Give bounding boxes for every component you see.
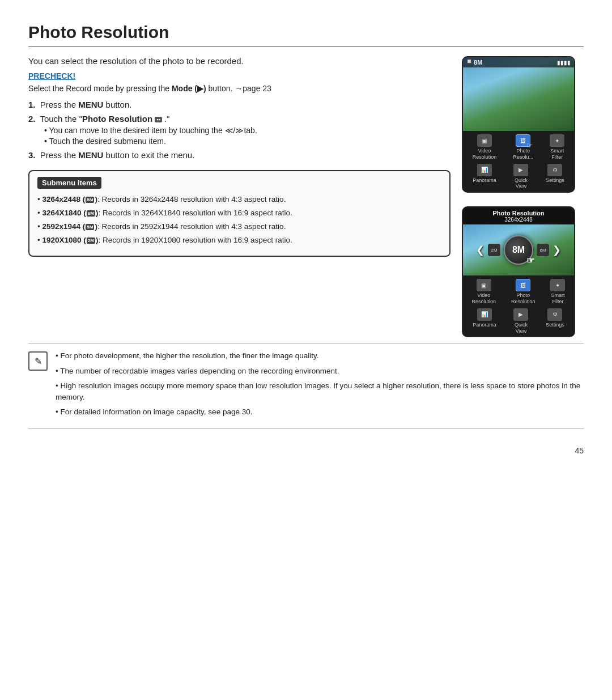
phone-menu-bar-1b: 📊 Panorama ▶ QuickView ⚙ Settings [463,163,574,192]
step-2-num: 2. [28,114,36,124]
resolution-subtext: 3264x2448 [463,217,574,224]
notes-icon: ✎ [28,351,48,371]
menu-smart-label: SmartFilter [550,148,564,160]
menu2-video-resolution[interactable]: ▣ VideoResolution [471,279,496,305]
menu2-photo-label: PhotoResolution [511,292,536,305]
topbar-8m-label: 🔲 8M [466,59,482,66]
phone-mock-2: Photo Resolution 3264x2448 ❮ 2M 8M ☞ 6M … [462,206,575,337]
left-arrow-icon: ❮ [476,244,484,256]
menu2-photo-icon: 🖼 [516,279,530,291]
phone-topbar-1: 🔲 8M ▮▮▮▮ [463,57,574,67]
note-4: For detailed information on image capaci… [56,406,584,418]
menu-video-label: VideoResolution [473,148,497,160]
dial-label: 8M [512,245,525,255]
screen-background-1 [463,57,574,131]
submenu-item-4: 1920X1080 (2M): Records in 1920X1080 res… [37,235,441,246]
settings-icon: ⚙ [547,164,562,176]
menu-settings-label: Settings [546,177,564,183]
small-badge-2m: 2M [488,244,500,256]
menu2-panorama-icon: 📊 [477,308,492,321]
resolution-header: Photo Resolution [463,207,574,217]
smart-filter-icon: ✦ [550,134,564,147]
res-controls: ❮ 2M 8M ☞ 6M ❯ [476,235,561,265]
menu2-video-label: VideoResolution [471,292,496,305]
topbar-battery: ▮▮▮▮ [557,60,571,66]
page-number: 45 [28,446,584,455]
menu2-settings-label: Settings [546,322,564,328]
dial-finger-icon: ☞ [526,255,534,266]
notes-list: For photo development, the higher the re… [56,350,584,421]
small-badge-6m: 6M [537,244,549,256]
menu-photo-label: PhotoResolu... [513,148,534,160]
phone-menu-bar-2b: 📊 Panorama ▶ QuickView ⚙ Settings [463,307,574,337]
step-3: 3. Press the MENU button to exit the men… [28,150,450,160]
menu2-panorama[interactable]: 📊 Panorama [473,308,496,334]
note-2: The number of recordable images varies d… [56,366,584,377]
finger-icon: ☞ [526,141,533,150]
photo-resolution-icon: 🖼 ☞ [516,134,530,147]
menu2-settings[interactable]: ⚙ Settings [546,308,564,334]
phone-menu-bar-2a: ▣ VideoResolution 🖼 PhotoResolution ✦ Sm… [463,275,574,307]
menu-video-resolution[interactable]: ▣ VideoResolution [473,134,497,160]
resolution-screen: ❮ 2M 8M ☞ 6M ❯ [463,224,574,275]
step-3-num: 3. [28,150,36,160]
menu2-panorama-label: Panorama [473,322,496,328]
steps-container: 1. Press the MENU button. 2. Touch the "… [28,100,450,160]
page-title: Photo Resolution [28,23,584,47]
video-resolution-icon: ▣ [477,134,492,147]
phone-mock-1: 🔲 8M ▮▮▮▮ ▣ VideoResolution 🖼 ☞ PhotoRes… [462,56,575,193]
menu2-photo-resolution[interactable]: 🖼 PhotoResolution [511,279,536,305]
menu-panorama[interactable]: 📊 Panorama [473,164,496,190]
intro-text: You can select the resolution of the pho… [28,56,450,66]
menu2-smart-icon: ✦ [550,279,565,291]
quick-view-icon: ▶ [513,164,528,176]
bullet-2: Touch the desired submenu item. [44,137,450,146]
right-panels: 🔲 8M ▮▮▮▮ ▣ VideoResolution 🖼 ☞ PhotoRes… [462,56,584,337]
menu-photo-resolution[interactable]: 🖼 ☞ PhotoResolu... [513,134,534,160]
menu-settings[interactable]: ⚙ Settings [546,164,564,190]
precheck-instruction: Select the Record mode by pressing the M… [28,84,450,93]
panorama-icon: 📊 [477,164,492,176]
step-1: 1. Press the MENU button. [28,100,450,109]
phone-screen-1: 🔲 8M ▮▮▮▮ [463,57,574,131]
submenu-item-1: 3264x2448 (8M): Records in 3264x2448 res… [37,194,441,205]
right-arrow-icon: ❯ [552,244,561,256]
menu2-settings-icon: ⚙ [547,308,562,321]
menu2-smart-label: SmartFilter [551,292,564,305]
note-3: High resolution images occupy more memor… [56,380,584,404]
center-dial-8m: 8M ☞ [504,235,533,265]
menu-quick-view[interactable]: ▶ QuickView [513,164,528,190]
notes-section: ✎ For photo development, the higher the … [28,343,584,429]
submenu-item-3: 2592x1944 (5M): Records in 2592x1944 res… [37,222,441,232]
menu-smart-filter[interactable]: ✦ SmartFilter [550,134,564,160]
step-1-num: 1. [28,100,36,109]
step-2-bullets: You can move to the desired item by touc… [44,126,450,146]
submenu-title: Submenu items [37,177,101,189]
submenu-list: 3264x2448 (8M): Records in 3264x2448 res… [37,194,441,246]
menu2-video-icon: ▣ [477,279,491,291]
menu2-smart-filter[interactable]: ✦ SmartFilter [550,279,565,305]
phone-menu-bar-1: ▣ VideoResolution 🖼 ☞ PhotoResolu... ✦ S… [463,131,574,163]
menu2-quick-view[interactable]: ▶ QuickView [513,308,528,334]
menu2-quick-label: QuickView [515,322,528,334]
bullet-1: You can move to the desired item by touc… [44,126,450,135]
note-1: For photo development, the higher the re… [56,350,584,362]
submenu-item-2: 3264X1840 (6M): Records in 3264X1840 res… [37,208,441,219]
menu-panorama-label: Panorama [473,177,496,183]
precheck-link[interactable]: PRECHECK! [28,71,450,80]
step-2: 2. Touch the "Photo Resolution ▪▪ ." You… [28,114,450,146]
menu-quick-label: QuickView [515,177,528,190]
menu2-quick-icon: ▶ [513,308,528,321]
submenu-box: Submenu items 3264x2448 (8M): Records in… [28,170,450,257]
